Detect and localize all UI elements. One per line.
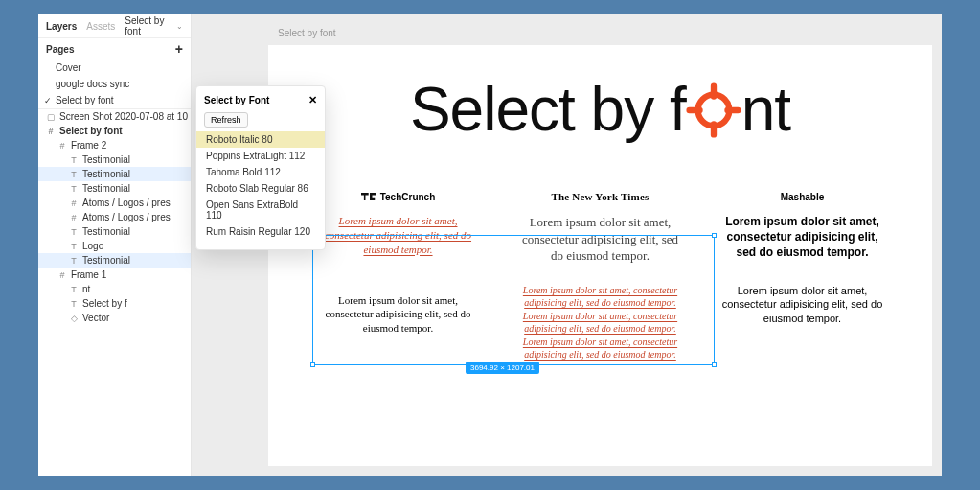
- page-item[interactable]: Cover: [38, 59, 191, 76]
- hero-text-b: nt: [741, 75, 790, 144]
- layer-label: Select by font: [59, 126, 123, 136]
- page-item[interactable]: Select by font: [38, 92, 191, 108]
- layer-label: Testimonial: [82, 169, 130, 179]
- layer-label: Testimonial: [82, 226, 130, 237]
- text-icon: T: [69, 242, 79, 251]
- hero-title: Select by fnt: [268, 74, 932, 145]
- selection-outline: [312, 235, 715, 365]
- layer-row[interactable]: TLogo: [38, 239, 191, 253]
- layer-label: Vector: [82, 313, 109, 323]
- layer-label: Screen Shot 2020-07-08 at 10: [59, 111, 188, 122]
- plugin-menu[interactable]: Select by font ⌄: [125, 15, 183, 36]
- layer-row[interactable]: #Frame 2: [38, 138, 191, 152]
- layers-panel: Layers Assets Select by font ⌄ Pages + C…: [38, 14, 192, 476]
- techcrunch-icon: [361, 193, 376, 200]
- panel-title: Select by Font: [204, 95, 269, 105]
- layer-row[interactable]: TTestimonial: [38, 253, 191, 268]
- layer-row[interactable]: TTestimonial: [38, 167, 191, 181]
- layer-label: Testimonial: [82, 154, 130, 165]
- frame-icon: #: [46, 127, 56, 136]
- layer-label: Logo: [82, 241, 103, 251]
- layer-row[interactable]: #Atoms / Logos / pres: [38, 210, 191, 224]
- refresh-button[interactable]: Refresh: [204, 112, 248, 128]
- layer-row[interactable]: ▢Screen Shot 2020-07-08 at 10: [38, 109, 191, 124]
- page-item[interactable]: google docs sync: [38, 76, 191, 92]
- font-option[interactable]: Tahoma Bold 112: [196, 164, 325, 180]
- layer-row[interactable]: #Select by font: [38, 124, 191, 138]
- text-icon: T: [69, 299, 79, 309]
- testimonial-text[interactable]: Lorem ipsum dolor sit amet, consectetur …: [720, 284, 884, 327]
- font-option[interactable]: Poppins ExtraLight 112: [196, 148, 325, 164]
- frame-icon: #: [69, 198, 79, 208]
- layer-row[interactable]: TTestimonial: [38, 152, 191, 167]
- frame-label[interactable]: Select by font: [278, 28, 336, 38]
- pages-header: Pages: [46, 44, 74, 55]
- layer-row[interactable]: TTestimonial: [38, 181, 191, 196]
- target-icon: [686, 82, 741, 138]
- text-icon: T: [69, 155, 79, 165]
- layer-row[interactable]: TTestimonial: [38, 224, 191, 239]
- image-icon: ▢: [46, 112, 56, 122]
- tab-assets[interactable]: Assets: [86, 21, 115, 32]
- font-option[interactable]: Open Sans ExtraBold 110: [196, 197, 325, 223]
- text-icon: T: [69, 170, 79, 179]
- frame-icon: #: [57, 270, 67, 280]
- select-by-font-panel[interactable]: Select by Font ✕ Refresh Roboto Italic 8…: [195, 85, 326, 250]
- frame-icon: #: [57, 141, 67, 151]
- font-option[interactable]: Roboto Italic 80: [196, 131, 325, 148]
- layer-label: nt: [82, 284, 90, 294]
- layer-label: Frame 1: [71, 269, 106, 280]
- layer-label: Select by f: [82, 298, 127, 309]
- brand-label: TechCrunch: [380, 192, 436, 202]
- layer-label: Atoms / Logos / pres: [82, 212, 171, 222]
- chevron-down-icon: ⌄: [176, 22, 183, 31]
- plugin-label: Select by font: [125, 15, 174, 36]
- close-icon[interactable]: ✕: [308, 94, 317, 106]
- layer-row[interactable]: #Atoms / Logos / pres: [38, 196, 191, 210]
- layer-label: Testimonial: [82, 183, 130, 194]
- font-option[interactable]: Roboto Slab Regular 86: [196, 180, 325, 197]
- text-icon: T: [69, 227, 79, 237]
- font-option[interactable]: Rum Raisin Regular 120: [196, 223, 325, 240]
- add-page-button[interactable]: +: [175, 42, 183, 56]
- text-icon: T: [69, 256, 79, 266]
- layer-label: Atoms / Logos / pres: [82, 198, 171, 208]
- layer-row[interactable]: ◇Vector: [38, 311, 191, 325]
- text-icon: T: [69, 184, 79, 194]
- layer-row[interactable]: Tnt: [38, 282, 191, 296]
- testimonial-col-3: Mashable Lorem ipsum dolor sit amet, con…: [720, 189, 884, 362]
- layer-label: Testimonial: [82, 255, 130, 266]
- tab-layers[interactable]: Layers: [46, 21, 77, 32]
- layer-row[interactable]: #Frame 1: [38, 268, 191, 282]
- dimension-badge: 3694.92 × 1207.01: [466, 362, 539, 374]
- hero-text-a: Select by f: [410, 75, 686, 144]
- vector-icon: ◇: [69, 314, 79, 323]
- artboard[interactable]: Select by fnt TechCrunch Lorem ipsum dol…: [268, 45, 932, 466]
- brand-nyt: The New York Times: [518, 189, 682, 204]
- brand-techcrunch: TechCrunch: [316, 189, 480, 204]
- layer-row[interactable]: TSelect by f: [38, 296, 191, 311]
- testimonial-text[interactable]: Lorem ipsum dolor sit amet, consectetur …: [720, 214, 884, 261]
- text-icon: T: [69, 285, 79, 294]
- brand-mashable: Mashable: [720, 189, 884, 204]
- frame-icon: #: [69, 213, 79, 222]
- layer-label: Frame 2: [71, 140, 106, 151]
